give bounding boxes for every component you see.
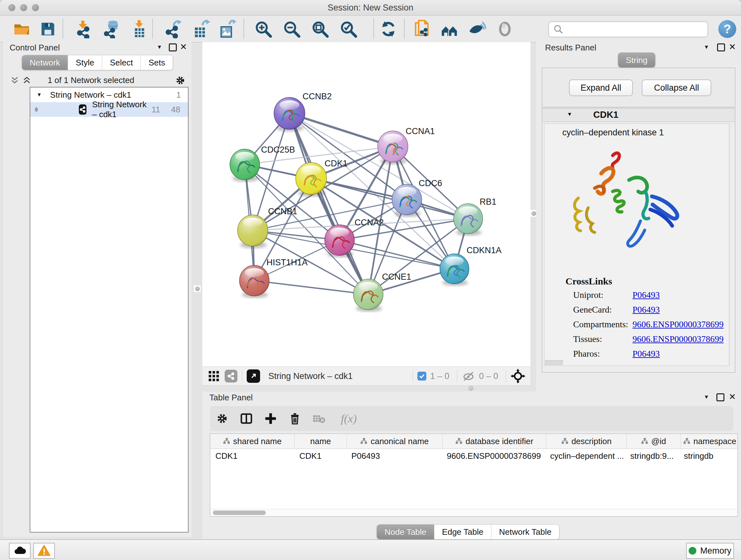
crosslink-link[interactable]: P06493 [632,305,660,314]
tab-network[interactable]: Network [22,55,68,70]
network-from-document-button[interactable] [412,19,433,39]
show-hide-panel-button[interactable] [495,19,515,39]
table-row[interactable]: CDK1CDK1P064939606.ENSP00000378699cyclin… [210,449,738,463]
help-button[interactable]: ? [718,20,736,38]
mini-scrollbar[interactable] [545,360,563,365]
zoom-out-button[interactable] [281,19,302,39]
delete-column-button[interactable] [283,412,307,425]
network-edge[interactable] [311,179,468,219]
network-node-CDC6[interactable]: CDC6 [392,179,442,217]
network-canvas[interactable]: CCNB2CCNA1CDC25BCDK1CDC6RB1CCNB1CCNA2CDK… [202,42,530,367]
network-node-CCNE1[interactable]: CCNE1 [353,272,411,312]
show-all-networks-button[interactable] [439,19,460,39]
tree-caret-icon[interactable]: ▼ [37,92,42,98]
import-network-database-button[interactable] [101,19,121,39]
search-input[interactable] [567,23,708,36]
network-node-CCNB1[interactable]: CCNB1 [238,206,297,248]
tab-style[interactable]: Style [68,55,102,70]
table-cell[interactable]: stringdb [679,449,737,463]
show-columns-button[interactable] [234,412,259,425]
panel-close-button[interactable]: ✕ [729,393,736,401]
panel-close-button[interactable]: ✕ [180,43,187,51]
panel-menu-button[interactable]: ▼ [704,44,709,51]
bottom-splitter-handle[interactable] [468,386,473,391]
import-table-button[interactable] [129,19,149,39]
network-edge[interactable] [289,113,393,146]
network-node-CDC25B[interactable]: CDC25B [230,145,295,182]
function-builder-button[interactable]: f(x) [331,412,366,425]
scrollbar-thumb[interactable] [213,510,266,515]
column-header--id[interactable]: @id [627,434,681,449]
save-session-button[interactable] [38,19,58,39]
import-network-file-button[interactable] [73,19,94,39]
network-node-CDKN1A[interactable]: CDKN1A [440,246,501,286]
crosslink-link[interactable]: P06493 [632,349,660,359]
tab-select[interactable]: Select [102,55,141,70]
cloud-status-button[interactable] [9,543,30,559]
table-cell[interactable]: stringdb:9... [625,449,679,463]
memory-button[interactable]: Memory [686,543,734,559]
tab-network-table[interactable]: Network Table [491,524,559,539]
export-table-icon [192,20,210,38]
column-header-namespace[interactable]: namespace [681,434,738,449]
expand-all-button[interactable]: Expand All [569,79,633,96]
protein-description: cyclin–dependent kinase 1 [562,128,664,138]
warnings-button[interactable] [33,543,55,559]
protein-section-header[interactable]: ▼ CDK1 [542,108,735,122]
horizontal-scrollbar[interactable] [210,509,738,516]
network-graph[interactable]: CCNB2CCNA1CDC25BCDK1CDC6RB1CCNB1CCNA2CDK… [202,42,530,367]
column-header-shared-name[interactable]: shared name [210,434,294,449]
column-header-name[interactable]: name [294,434,347,449]
network-node-HIST1H1A[interactable]: HIST1H1A [239,258,308,298]
network-edge[interactable] [254,281,368,294]
birds-eye-view-button[interactable] [247,369,260,383]
table-cell[interactable]: CDK1 [294,449,346,463]
gear-icon[interactable] [175,75,186,86]
zoom-selected-button[interactable] [338,19,359,39]
left-splitter-handle[interactable] [193,285,201,293]
refresh-styles-button[interactable] [378,19,399,39]
pan-crosshair-icon[interactable] [511,369,525,383]
crosslink-link[interactable]: 9606.ENSP00000378699 [632,319,724,329]
tab-string[interactable]: String [618,53,655,67]
table-cell[interactable]: 9606.ENSP00000378699 [442,449,545,463]
panel-float-button[interactable] [169,44,177,51]
results-scrollbar-track[interactable] [730,124,734,366]
panel-float-button[interactable] [717,44,725,51]
table-cell[interactable]: cyclin–dependent ... [545,449,625,463]
zoom-fit-button[interactable] [310,19,330,39]
section-caret-icon[interactable]: ▼ [567,111,572,117]
delete-table-button[interactable] [307,412,331,426]
tab-sets[interactable]: Sets [141,55,173,70]
export-table-button[interactable] [191,19,211,39]
column-header-database-identifier[interactable]: database identifier [443,434,546,449]
crosslink-link[interactable]: 9606.ENSP00000378699 [632,334,724,344]
export-network-button[interactable] [163,19,183,39]
node-table[interactable]: shared namename canonical name database … [210,434,738,516]
table-cell[interactable]: P06493 [346,449,442,463]
network-view-icon[interactable] [225,370,238,382]
panel-float-button[interactable] [717,393,724,401]
crosslink-link[interactable]: P06493 [632,290,660,300]
delete-table-icon [312,412,326,426]
column-header-description[interactable]: description [546,434,627,449]
collapse-all-button[interactable]: Collapse All [642,79,711,96]
selected-checkbox[interactable] [417,372,426,381]
table-cell[interactable]: CDK1 [210,449,294,463]
panel-menu-button[interactable]: ▼ [157,44,162,51]
tab-edge-table[interactable]: Edge Table [434,524,491,539]
open-session-button[interactable] [11,19,32,39]
column-header-canonical-name[interactable]: canonical name [347,434,443,449]
tab-node-table[interactable]: Node Table [377,524,434,539]
search-field[interactable] [548,21,708,37]
network-node-RB1[interactable]: RB1 [454,197,496,236]
panel-menu-button[interactable]: ▼ [704,394,709,400]
grid-view-icon[interactable] [208,370,219,382]
export-image-button[interactable] [217,19,238,39]
zoom-in-button[interactable] [253,19,273,39]
hide-style-button[interactable] [467,19,487,39]
table-settings-button[interactable] [210,412,234,425]
panel-close-button[interactable]: ✕ [729,43,736,51]
network-row-selected[interactable]: String Network – cdk1 11 48 [30,102,188,117]
add-column-button[interactable] [259,412,283,425]
